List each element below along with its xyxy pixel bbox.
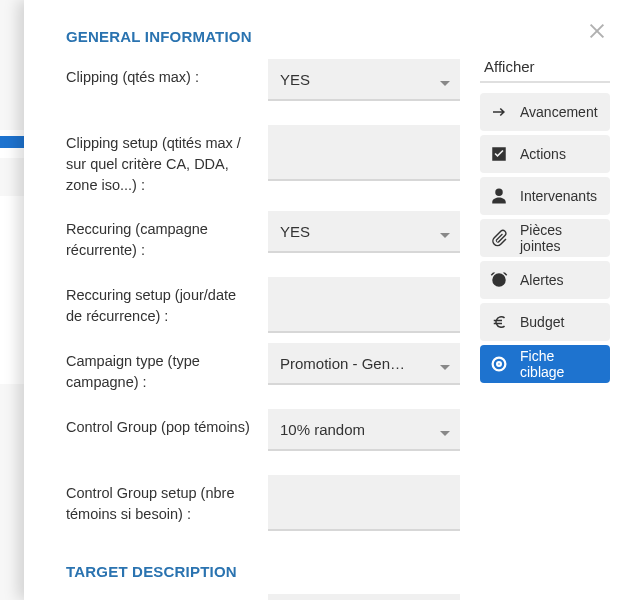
sidebar-item-label: Budget (520, 314, 564, 330)
clipping-setup-input[interactable] (268, 125, 460, 181)
field-campaign-type: Campaign type (type campagne) : Promotio… (66, 343, 460, 403)
user-icon (490, 187, 508, 205)
field-label: Control Group (pop témoins) (66, 409, 254, 438)
sidebar-title: Afficher (480, 58, 610, 75)
field-exclusion: Exclusion customer (exclusion clients ty… (66, 594, 460, 600)
chevron-down-icon (440, 431, 450, 436)
sidebar-item-pieces-jointes[interactable]: Pièces jointes (480, 219, 610, 257)
select-value: 10% random (280, 421, 365, 438)
sidebar-item-avancement[interactable]: Avancement (480, 93, 610, 131)
field-label: Exclusion customer (exclusion clients ty… (66, 594, 254, 600)
select-value: Promotion - Gen… (280, 355, 405, 372)
sidebar-item-label: Intervenants (520, 188, 597, 204)
sidebar-item-label: Pièces jointes (520, 222, 600, 254)
close-button[interactable] (588, 22, 606, 40)
field-recurring-setup: Reccuring setup (jour/date de récurrence… (66, 277, 460, 337)
target-icon (490, 355, 508, 373)
section-title-target: TARGET DESCRIPTION (66, 563, 460, 580)
field-label: Control Group setup (nbre témoins si bes… (66, 475, 254, 525)
clipping-select[interactable]: YES (268, 59, 460, 101)
clock-icon (490, 271, 508, 289)
paperclip-icon (490, 229, 508, 247)
side-panel: GENERAL INFORMATION Clipping (qtés max) … (24, 0, 626, 600)
control-group-setup-input[interactable] (268, 475, 460, 531)
arrow-right-icon (490, 103, 508, 121)
field-label: Reccuring setup (jour/date de récurrence… (66, 277, 254, 327)
sidebar-item-fiche-ciblage[interactable]: Fiche ciblage (480, 345, 610, 383)
campaign-type-select[interactable]: Promotion - Gen… (268, 343, 460, 385)
checkbox-icon (490, 145, 508, 163)
field-label: Campaign type (type campagne) : (66, 343, 254, 393)
sidebar-item-budget[interactable]: Budget (480, 303, 610, 341)
recurring-select[interactable]: YES (268, 211, 460, 253)
field-control-group: Control Group (pop témoins) 10% random (66, 409, 460, 469)
chevron-down-icon (440, 233, 450, 238)
form-scroll[interactable]: GENERAL INFORMATION Clipping (qtés max) … (66, 22, 472, 600)
exclusion-input[interactable] (268, 594, 460, 600)
select-value: YES (280, 223, 310, 240)
chevron-down-icon (440, 81, 450, 86)
field-label: Clipping setup (qtités max / sur quel cr… (66, 125, 254, 196)
sidebar-item-actions[interactable]: Actions (480, 135, 610, 173)
sidebar: Afficher Avancement Actions Intervenants… (480, 0, 626, 600)
field-recurring: Reccuring (campagne récurrente) : YES (66, 211, 460, 271)
sidebar-item-label: Alertes (520, 272, 564, 288)
field-label: Clipping (qtés max) : (66, 59, 254, 88)
sidebar-item-alertes[interactable]: Alertes (480, 261, 610, 299)
field-clipping-setup: Clipping setup (qtités max / sur quel cr… (66, 125, 460, 205)
field-label: Reccuring (campagne récurrente) : (66, 211, 254, 261)
field-clipping: Clipping (qtés max) : YES (66, 59, 460, 119)
field-control-group-setup: Control Group setup (nbre témoins si bes… (66, 475, 460, 535)
sidebar-item-label: Fiche ciblage (520, 348, 600, 380)
sidebar-item-label: Avancement (520, 104, 598, 120)
control-group-select[interactable]: 10% random (268, 409, 460, 451)
section-title-general: GENERAL INFORMATION (66, 28, 460, 45)
chevron-down-icon (440, 365, 450, 370)
euro-icon (490, 313, 508, 331)
select-value: YES (280, 71, 310, 88)
sidebar-divider (480, 81, 610, 83)
form-column: GENERAL INFORMATION Clipping (qtés max) … (24, 0, 480, 600)
sidebar-item-intervenants[interactable]: Intervenants (480, 177, 610, 215)
recurring-setup-input[interactable] (268, 277, 460, 333)
sidebar-item-label: Actions (520, 146, 566, 162)
